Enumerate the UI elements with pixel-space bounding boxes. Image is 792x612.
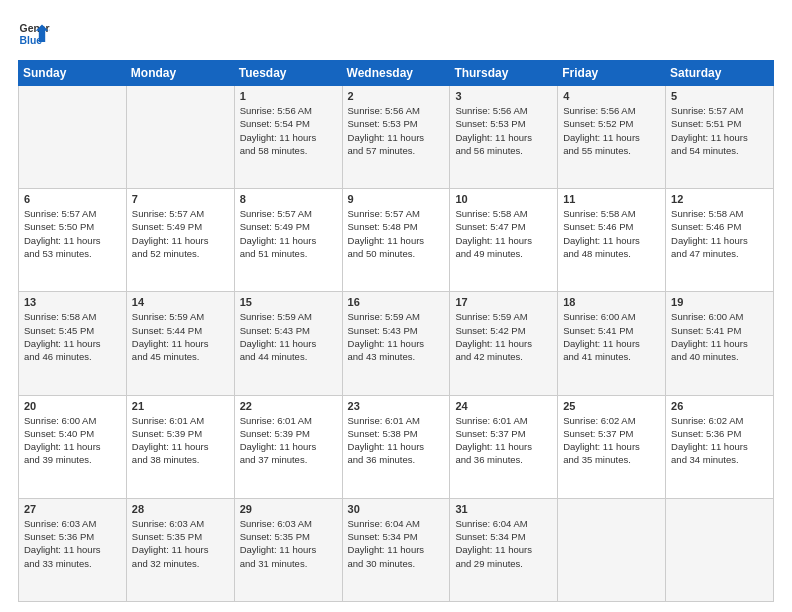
day-info: Sunrise: 6:00 AM Sunset: 5:41 PM Dayligh…: [671, 310, 768, 363]
calendar-cell: 30Sunrise: 6:04 AM Sunset: 5:34 PM Dayli…: [342, 498, 450, 601]
day-number: 31: [455, 503, 552, 515]
calendar-cell: 28Sunrise: 6:03 AM Sunset: 5:35 PM Dayli…: [126, 498, 234, 601]
day-number: 17: [455, 296, 552, 308]
day-number: 29: [240, 503, 337, 515]
calendar-cell: [666, 498, 774, 601]
calendar-cell: 3Sunrise: 5:56 AM Sunset: 5:53 PM Daylig…: [450, 86, 558, 189]
calendar-cell: 23Sunrise: 6:01 AM Sunset: 5:38 PM Dayli…: [342, 395, 450, 498]
day-info: Sunrise: 6:03 AM Sunset: 5:35 PM Dayligh…: [132, 517, 229, 570]
calendar-cell: 15Sunrise: 5:59 AM Sunset: 5:43 PM Dayli…: [234, 292, 342, 395]
calendar-cell: 21Sunrise: 6:01 AM Sunset: 5:39 PM Dayli…: [126, 395, 234, 498]
day-info: Sunrise: 6:01 AM Sunset: 5:39 PM Dayligh…: [240, 414, 337, 467]
day-info: Sunrise: 5:57 AM Sunset: 5:50 PM Dayligh…: [24, 207, 121, 260]
day-number: 26: [671, 400, 768, 412]
day-info: Sunrise: 5:58 AM Sunset: 5:46 PM Dayligh…: [563, 207, 660, 260]
calendar-cell: 17Sunrise: 5:59 AM Sunset: 5:42 PM Dayli…: [450, 292, 558, 395]
week-row-5: 27Sunrise: 6:03 AM Sunset: 5:36 PM Dayli…: [19, 498, 774, 601]
day-number: 18: [563, 296, 660, 308]
calendar-cell: 7Sunrise: 5:57 AM Sunset: 5:49 PM Daylig…: [126, 189, 234, 292]
day-info: Sunrise: 6:01 AM Sunset: 5:39 PM Dayligh…: [132, 414, 229, 467]
calendar-cell: 12Sunrise: 5:58 AM Sunset: 5:46 PM Dayli…: [666, 189, 774, 292]
day-info: Sunrise: 5:56 AM Sunset: 5:53 PM Dayligh…: [348, 104, 445, 157]
day-number: 22: [240, 400, 337, 412]
day-number: 7: [132, 193, 229, 205]
day-info: Sunrise: 5:59 AM Sunset: 5:42 PM Dayligh…: [455, 310, 552, 363]
calendar-cell: 20Sunrise: 6:00 AM Sunset: 5:40 PM Dayli…: [19, 395, 127, 498]
day-number: 21: [132, 400, 229, 412]
calendar-cell: 18Sunrise: 6:00 AM Sunset: 5:41 PM Dayli…: [558, 292, 666, 395]
day-info: Sunrise: 5:59 AM Sunset: 5:44 PM Dayligh…: [132, 310, 229, 363]
week-row-3: 13Sunrise: 5:58 AM Sunset: 5:45 PM Dayli…: [19, 292, 774, 395]
calendar-cell: 25Sunrise: 6:02 AM Sunset: 5:37 PM Dayli…: [558, 395, 666, 498]
calendar-cell: 22Sunrise: 6:01 AM Sunset: 5:39 PM Dayli…: [234, 395, 342, 498]
day-number: 4: [563, 90, 660, 102]
calendar-cell: 9Sunrise: 5:57 AM Sunset: 5:48 PM Daylig…: [342, 189, 450, 292]
calendar-cell: 1Sunrise: 5:56 AM Sunset: 5:54 PM Daylig…: [234, 86, 342, 189]
weekday-header-monday: Monday: [126, 61, 234, 86]
day-number: 24: [455, 400, 552, 412]
calendar-cell: [19, 86, 127, 189]
day-number: 28: [132, 503, 229, 515]
day-number: 11: [563, 193, 660, 205]
weekday-header-wednesday: Wednesday: [342, 61, 450, 86]
calendar-cell: 19Sunrise: 6:00 AM Sunset: 5:41 PM Dayli…: [666, 292, 774, 395]
day-number: 3: [455, 90, 552, 102]
calendar-cell: [126, 86, 234, 189]
day-info: Sunrise: 6:03 AM Sunset: 5:35 PM Dayligh…: [240, 517, 337, 570]
day-info: Sunrise: 5:58 AM Sunset: 5:47 PM Dayligh…: [455, 207, 552, 260]
day-info: Sunrise: 5:57 AM Sunset: 5:51 PM Dayligh…: [671, 104, 768, 157]
day-info: Sunrise: 5:58 AM Sunset: 5:46 PM Dayligh…: [671, 207, 768, 260]
day-number: 19: [671, 296, 768, 308]
day-info: Sunrise: 6:04 AM Sunset: 5:34 PM Dayligh…: [455, 517, 552, 570]
day-number: 9: [348, 193, 445, 205]
week-row-2: 6Sunrise: 5:57 AM Sunset: 5:50 PM Daylig…: [19, 189, 774, 292]
day-info: Sunrise: 6:00 AM Sunset: 5:41 PM Dayligh…: [563, 310, 660, 363]
day-number: 5: [671, 90, 768, 102]
header: General Blue: [18, 18, 774, 50]
day-info: Sunrise: 5:58 AM Sunset: 5:45 PM Dayligh…: [24, 310, 121, 363]
calendar-cell: 5Sunrise: 5:57 AM Sunset: 5:51 PM Daylig…: [666, 86, 774, 189]
weekday-header-sunday: Sunday: [19, 61, 127, 86]
day-info: Sunrise: 5:56 AM Sunset: 5:52 PM Dayligh…: [563, 104, 660, 157]
day-number: 1: [240, 90, 337, 102]
day-info: Sunrise: 6:02 AM Sunset: 5:37 PM Dayligh…: [563, 414, 660, 467]
day-info: Sunrise: 6:01 AM Sunset: 5:37 PM Dayligh…: [455, 414, 552, 467]
day-number: 13: [24, 296, 121, 308]
weekday-header-saturday: Saturday: [666, 61, 774, 86]
day-number: 12: [671, 193, 768, 205]
day-number: 16: [348, 296, 445, 308]
calendar-cell: [558, 498, 666, 601]
day-number: 23: [348, 400, 445, 412]
day-number: 14: [132, 296, 229, 308]
weekday-header-thursday: Thursday: [450, 61, 558, 86]
day-info: Sunrise: 5:57 AM Sunset: 5:49 PM Dayligh…: [132, 207, 229, 260]
calendar-table: SundayMondayTuesdayWednesdayThursdayFrid…: [18, 60, 774, 602]
calendar-cell: 11Sunrise: 5:58 AM Sunset: 5:46 PM Dayli…: [558, 189, 666, 292]
week-row-1: 1Sunrise: 5:56 AM Sunset: 5:54 PM Daylig…: [19, 86, 774, 189]
day-info: Sunrise: 6:01 AM Sunset: 5:38 PM Dayligh…: [348, 414, 445, 467]
weekday-header-friday: Friday: [558, 61, 666, 86]
logo-icon: General Blue: [18, 18, 50, 50]
day-number: 2: [348, 90, 445, 102]
weekday-header-tuesday: Tuesday: [234, 61, 342, 86]
day-info: Sunrise: 5:57 AM Sunset: 5:49 PM Dayligh…: [240, 207, 337, 260]
day-number: 6: [24, 193, 121, 205]
day-info: Sunrise: 5:56 AM Sunset: 5:54 PM Dayligh…: [240, 104, 337, 157]
day-number: 20: [24, 400, 121, 412]
day-number: 8: [240, 193, 337, 205]
day-info: Sunrise: 5:56 AM Sunset: 5:53 PM Dayligh…: [455, 104, 552, 157]
day-number: 25: [563, 400, 660, 412]
calendar-cell: 10Sunrise: 5:58 AM Sunset: 5:47 PM Dayli…: [450, 189, 558, 292]
logo: General Blue: [18, 18, 50, 50]
calendar-cell: 24Sunrise: 6:01 AM Sunset: 5:37 PM Dayli…: [450, 395, 558, 498]
day-info: Sunrise: 6:04 AM Sunset: 5:34 PM Dayligh…: [348, 517, 445, 570]
calendar-cell: 4Sunrise: 5:56 AM Sunset: 5:52 PM Daylig…: [558, 86, 666, 189]
day-info: Sunrise: 6:02 AM Sunset: 5:36 PM Dayligh…: [671, 414, 768, 467]
day-number: 15: [240, 296, 337, 308]
calendar-cell: 16Sunrise: 5:59 AM Sunset: 5:43 PM Dayli…: [342, 292, 450, 395]
week-row-4: 20Sunrise: 6:00 AM Sunset: 5:40 PM Dayli…: [19, 395, 774, 498]
page: General Blue SundayMondayTuesdayWednesda…: [0, 0, 792, 612]
calendar-cell: 8Sunrise: 5:57 AM Sunset: 5:49 PM Daylig…: [234, 189, 342, 292]
calendar-cell: 26Sunrise: 6:02 AM Sunset: 5:36 PM Dayli…: [666, 395, 774, 498]
calendar-cell: 14Sunrise: 5:59 AM Sunset: 5:44 PM Dayli…: [126, 292, 234, 395]
